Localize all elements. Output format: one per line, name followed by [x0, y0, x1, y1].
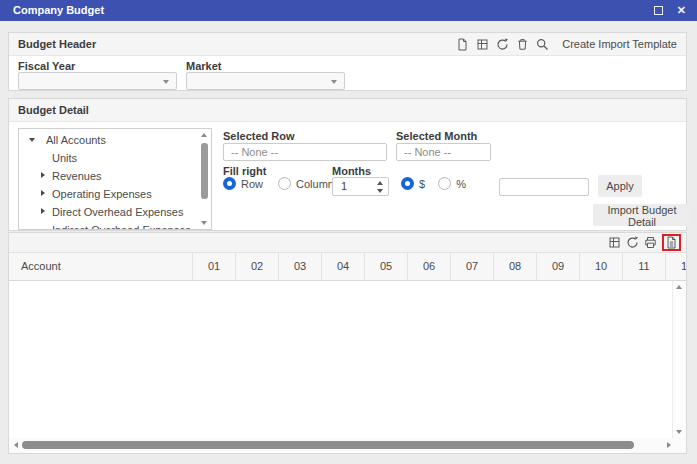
column-header-05[interactable]: 05 [365, 253, 408, 280]
maximize-icon[interactable] [654, 6, 663, 15]
window-titlebar: Company Budget ✕ [0, 0, 697, 21]
market-label: Market [186, 60, 221, 72]
column-header-03[interactable]: 03 [279, 253, 322, 280]
column-header-07[interactable]: 07 [451, 253, 494, 280]
scroll-right-icon[interactable] [667, 442, 671, 448]
print-icon[interactable] [644, 236, 657, 249]
selected-row-label: Selected Row [223, 130, 295, 142]
tree-item-direct-overhead-expenses[interactable]: Direct Overhead Expenses [19, 203, 198, 221]
delete-icon[interactable] [516, 38, 529, 51]
column-header-01[interactable]: 01 [193, 253, 236, 280]
close-icon[interactable]: ✕ [677, 0, 686, 21]
caret-right-icon[interactable] [41, 208, 45, 214]
tree-vertical-scrollbar[interactable] [198, 129, 211, 229]
tree-item-units[interactable]: Units [19, 149, 198, 167]
window-title: Company Budget [13, 0, 104, 21]
spinner-up-icon[interactable] [377, 181, 383, 185]
scroll-down-icon[interactable] [201, 221, 207, 225]
chevron-down-icon [163, 80, 169, 84]
import-budget-detail-button[interactable]: Import Budget Detail [593, 204, 691, 226]
accounts-tree: All Accounts Units Revenues Operating Ex… [18, 128, 212, 230]
selected-month-label: Selected Month [396, 130, 477, 142]
column-header-04[interactable]: 04 [322, 253, 365, 280]
refresh-icon[interactable] [626, 236, 639, 249]
scrollbar-thumb[interactable] [201, 143, 208, 199]
column-header-10[interactable]: 10 [580, 253, 623, 280]
budget-header-panel: Budget Header Create Import Template Fis… [8, 32, 687, 91]
column-header-12[interactable]: 12 [666, 253, 686, 280]
grid-horizontal-scrollbar[interactable] [9, 438, 686, 453]
new-document-icon[interactable] [456, 38, 469, 51]
grid-header-row: Account 01 02 03 04 05 06 07 08 09 10 11… [9, 253, 686, 281]
column-header-08[interactable]: 08 [494, 253, 537, 280]
months-value: 1 [341, 180, 347, 192]
budget-grid: Account 01 02 03 04 05 06 07 08 09 10 11… [8, 232, 687, 454]
grid-toolbar [9, 233, 686, 253]
column-radio[interactable] [278, 177, 291, 190]
search-icon[interactable] [536, 38, 549, 51]
months-spinner[interactable]: 1 [332, 177, 389, 196]
column-header-11[interactable]: 11 [623, 253, 666, 280]
scroll-up-icon[interactable] [201, 133, 207, 137]
column-header-09[interactable]: 09 [537, 253, 580, 280]
row-radio-label[interactable]: Row [241, 178, 263, 190]
percent-radio-label[interactable]: % [456, 178, 466, 190]
column-header-account[interactable]: Account [9, 253, 193, 280]
create-import-template-button[interactable]: Create Import Template [562, 38, 677, 50]
caret-right-icon[interactable] [41, 172, 45, 178]
copy-icon[interactable] [608, 236, 621, 249]
tree-item-all-accounts[interactable]: All Accounts [19, 131, 198, 149]
months-label: Months [332, 165, 371, 177]
spinner-down-icon[interactable] [377, 189, 383, 193]
budget-detail-panel: Budget Detail All Accounts Units Revenue… [8, 98, 687, 231]
fiscal-year-select[interactable] [18, 72, 177, 90]
tree-item-indirect-overhead-expenses[interactable]: Indirect Overhead Expenses [19, 221, 198, 230]
fill-right-label: Fill right [223, 165, 266, 177]
chevron-down-icon [331, 80, 337, 84]
amount-input[interactable] [499, 178, 589, 196]
column-header-02[interactable]: 02 [236, 253, 279, 280]
column-radio-label[interactable]: Column [296, 178, 334, 190]
market-select[interactable] [186, 72, 345, 90]
budget-header-title: Budget Header [18, 38, 96, 50]
tree-item-operating-expenses[interactable]: Operating Expenses [19, 185, 198, 203]
caret-right-icon[interactable] [41, 190, 45, 196]
tree-item-revenues[interactable]: Revenues [19, 167, 198, 185]
scroll-up-icon[interactable] [676, 285, 682, 289]
column-header-06[interactable]: 06 [408, 253, 451, 280]
scroll-left-icon[interactable] [14, 442, 18, 448]
dollar-radio-label[interactable]: $ [419, 178, 425, 190]
budget-header-bar: Budget Header Create Import Template [9, 33, 686, 56]
selected-month-input[interactable] [396, 143, 491, 161]
caret-down-icon[interactable] [29, 138, 35, 142]
refresh-icon[interactable] [496, 38, 509, 51]
highlight-box [662, 234, 681, 251]
apply-button[interactable]: Apply [598, 175, 642, 197]
budget-detail-title: Budget Detail [18, 104, 89, 116]
budget-detail-bar: Budget Detail [9, 99, 686, 122]
scrollbar-thumb[interactable] [22, 441, 634, 449]
grid-vertical-scrollbar[interactable] [672, 281, 686, 438]
scroll-down-icon[interactable] [676, 430, 682, 434]
dollar-radio[interactable] [401, 177, 414, 190]
export-icon[interactable] [665, 236, 678, 249]
row-radio[interactable] [223, 177, 236, 190]
percent-radio[interactable] [438, 177, 451, 190]
fiscal-year-label: Fiscal Year [18, 60, 75, 72]
grid-body [9, 281, 686, 438]
selected-row-input[interactable] [223, 143, 387, 161]
copy-icon[interactable] [476, 38, 489, 51]
